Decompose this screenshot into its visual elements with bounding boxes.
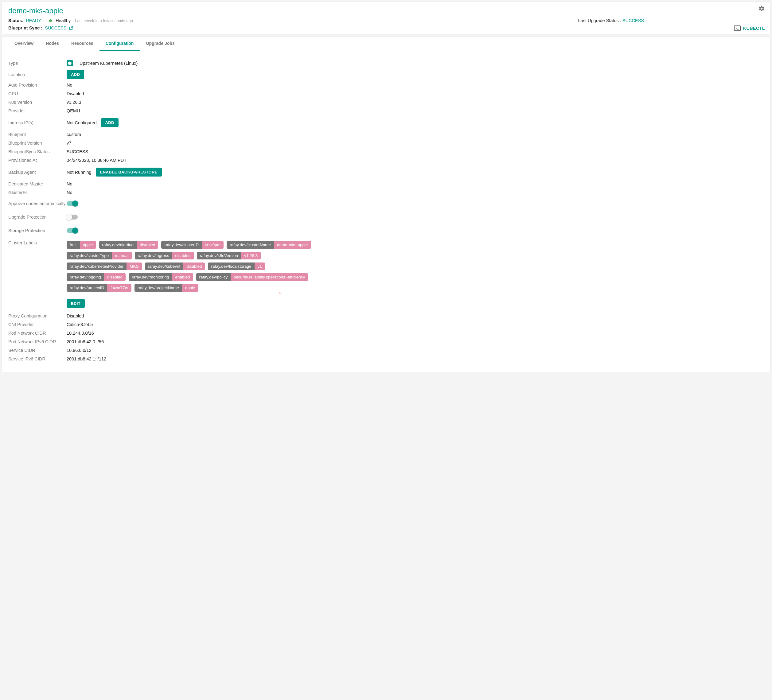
chip-key: rafay.dev/projectID [67,284,107,292]
kubectl-label: KUBECTL [743,26,765,31]
provisioned-label: Provisioned At [8,158,67,163]
tab-nodes[interactable]: Nodes [39,36,65,51]
chip-key: rafay.dev/alerting [99,241,137,249]
health-dot-icon [49,20,52,22]
cluster-label-chip: rafay.dev/loggingdisabled [67,273,126,281]
pod-cidr-value: 10.244.0.0/16 [67,330,94,335]
blueprint-label: Blueprint [8,132,67,137]
chip-key: rafay.dev/k8sVersion [197,252,241,259]
status-label: Status: [8,18,23,23]
arrow-up-annotation-icon: ↑ [278,290,764,298]
type-label: Type [8,61,67,66]
gpu-value: Disabled [67,91,84,96]
row-pod-cidr6: Pod Network IPv6 CIDR 2001:db8:42:0::/56 [8,337,764,346]
glusterfs-label: GlusterFs [8,190,67,195]
svc-cidr6-value: 2001:db8:42:1::/112 [67,357,106,361]
provider-label: Provider [8,108,67,113]
location-label: Location [8,72,67,77]
enable-backup-button[interactable]: ENABLE BACKUP/RESTORE [96,168,162,177]
row-svc-cidr: Service CIDR 10.96.0.0/12 [8,346,764,355]
auto-provision-label: Auto Provision [8,83,67,87]
row-location: Location ADD [8,68,764,81]
ingress-label: Ingress IP(s) [8,120,67,125]
upgrade-protection-label: Upgrade Protection [8,214,67,219]
cluster-labels-container: fruitapplerafay.dev/alertingdisabledrafa… [67,240,319,292]
chip-value: disabled [104,273,126,281]
tabs: Overview Nodes Resources Configuration U… [2,36,770,51]
backup-label: Backup Agent [8,170,67,175]
dedicated-master-label: Dedicated Master [8,182,67,186]
auto-provision-value: No [67,83,72,87]
chip-key: fruit [67,241,80,249]
svc-cidr-label: Service CIDR [8,348,67,353]
chip-value: apple [80,241,96,249]
row-svc-cidr6: Service IPv6 CIDR 2001:db8:42:1::/112 [8,355,764,363]
tab-resources[interactable]: Resources [65,36,100,51]
row-k8s-version: K8s Version v1.26.3 [8,98,764,106]
cluster-label-chip: rafay.dev/projectID24wn77m [67,284,131,292]
chip-key: rafay.dev/logging [67,273,104,281]
gpu-label: GPU [8,91,67,96]
tab-upgrade-jobs[interactable]: Upgrade Jobs [140,36,181,51]
chip-value: MKS [126,263,142,270]
approve-nodes-label: Approve nodes automatically [8,201,67,206]
svc-cidr-value: 10.96.0.0/12 [67,348,92,353]
row-type: Type Upstream Kubernetes (Linux) [8,58,764,68]
ingress-value: Not Configured [67,120,97,125]
cluster-label-chip: rafay.dev/projectNameapple [134,284,198,292]
blueprint-sync-row: Blueprint Sync : SUCCESS [8,26,764,30]
cluster-title[interactable]: demo-mks-apple [8,7,764,15]
chip-key: rafay.dev/projectName [134,284,182,292]
row-provisioned-at: Provisioned At 04/24/2023, 10:38:46 AM P… [8,156,764,165]
upgrade-protection-toggle[interactable] [67,214,78,219]
chip-value: disabled [172,252,193,259]
cluster-label-chip: rafay.dev/kubevirtdisabled [145,263,205,270]
chip-value: 24wn77m [107,284,131,292]
cluster-label-chip: rafay.dev/policysecurity.reliability.ope… [196,273,308,281]
row-blueprint: Blueprint custom [8,130,764,139]
backup-value: Not Running [67,170,92,175]
settings-gear-button[interactable] [758,5,765,13]
upgrade-status-value: SUCCESS [622,18,644,23]
tab-overview[interactable]: Overview [8,36,39,51]
chip-key: rafay.dev/kubernetesProvider [67,263,126,270]
row-approve-nodes: Approve nodes automatically [8,197,764,210]
row-cluster-labels: Cluster Labels fruitapplerafay.dev/alert… [8,237,764,310]
row-pod-cidr: Pod Network CIDR 10.244.0.0/16 [8,329,764,337]
pod-cidr-label: Pod Network CIDR [8,330,67,335]
row-upgrade-protection: Upgrade Protection [8,210,764,224]
storage-protection-toggle[interactable] [67,228,78,233]
open-in-new-icon[interactable] [69,26,74,30]
edit-labels-button[interactable]: EDIT [67,299,85,308]
row-proxy: Proxy Configuration Disabled [8,310,764,320]
cni-value: Calico-3.24.5 [67,322,93,327]
chip-key: rafay.dev/monitoring [129,273,172,281]
proxy-value: Disabled [67,314,84,318]
approve-nodes-toggle[interactable] [67,201,78,206]
blueprint-version-label: Blueprint Version [8,141,67,146]
chip-value: apple [182,284,198,292]
blueprint-version-value: v7 [67,141,71,146]
kubectl-button[interactable]: >_ KUBECTL [734,26,765,31]
svc-cidr6-label: Service IPv6 CIDR [8,357,67,361]
row-gpu: GPU Disabled [8,89,764,98]
row-provider: Provider QEMU [8,106,764,115]
row-bp-sync-status: BlueprintSync Status SUCCESS [8,147,764,156]
cluster-label-chip: rafay.dev/monitoringenabled [129,273,193,281]
add-ingress-button[interactable]: ADD [101,118,119,127]
add-location-button[interactable]: ADD [67,70,84,79]
provisioned-value: 04/24/2023, 10:38:46 AM PDT [67,158,126,163]
chip-value: krzx9pm [202,241,224,249]
cluster-label-chip: rafay.dev/alertingdisabled [99,241,159,249]
chip-key: rafay.dev/ingress [135,252,172,259]
cluster-label-chip: rafay.dev/clusterTypemanual [67,252,132,259]
chip-key: rafay.dev/policy [196,273,231,281]
chip-key: rafay.dev/localstorage [208,263,254,270]
svg-marker-0 [68,61,72,65]
tab-configuration[interactable]: Configuration [100,36,140,51]
blueprint-sync-label: Blueprint Sync : [8,26,43,30]
kubernetes-badge-icon [67,60,73,66]
row-blueprint-version: Blueprint Version v7 [8,139,764,147]
blueprint-sync-value[interactable]: SUCCESS [45,26,66,30]
chip-value: security.reliability.operational-efficie… [231,273,308,281]
